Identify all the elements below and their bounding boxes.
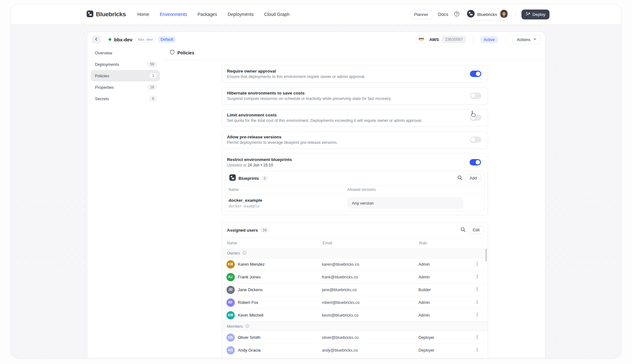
- sidebar-item-label: Policies: [95, 74, 109, 78]
- require-owner-approval-toggle[interactable]: [470, 71, 481, 77]
- user-row: LPLaura Palmerlaura@bluebricks.coBuilder: [222, 357, 488, 358]
- allowed-versions-select[interactable]: Any version: [347, 197, 463, 209]
- dots-vertical-icon: [475, 300, 479, 305]
- dots-vertical-icon: [475, 312, 479, 318]
- user-name: Frank Jones: [238, 275, 261, 279]
- environment-card: bbx-dev bbx-dev Default aws AWS 23635567…: [87, 32, 546, 358]
- user-role: Admin: [419, 313, 467, 318]
- policy-description: Suspend compute resources on schedule or…: [227, 96, 470, 101]
- chevron-down-icon: [533, 37, 537, 42]
- blueprint-slug: docker-example: [229, 204, 347, 208]
- sidebar-item-deployments[interactable]: Deployments59: [91, 59, 160, 70]
- deploy-sparkle-icon: [526, 12, 530, 17]
- user-email: frank@bluebricks.co: [322, 275, 419, 279]
- blueprints-search-button[interactable]: [457, 175, 463, 181]
- sidebar-item-count: 6: [149, 96, 157, 102]
- row-menu-button[interactable]: [474, 286, 481, 294]
- sidebar-item-secrets[interactable]: Secrets6: [91, 93, 160, 104]
- policy-description: Permit deployments to leverage blueprint…: [227, 140, 470, 145]
- row-menu-button[interactable]: [474, 260, 481, 268]
- sidebar-item-label: Deployments: [95, 62, 119, 67]
- avatar: KM: [226, 260, 235, 269]
- org-logo-icon: [467, 10, 475, 19]
- header-separator: [104, 37, 105, 42]
- user-role: Deployer: [419, 335, 467, 340]
- user-role: Admin: [419, 262, 467, 267]
- hibernate-environments-to-save-costs-toggle[interactable]: [470, 93, 481, 99]
- header-separator: [473, 37, 473, 42]
- user-row: JDJane Dickensjane@bluebricks.coBuilder: [222, 284, 488, 296]
- user-email: andy@bluebricks.co: [322, 348, 419, 353]
- policy-description: Set quota for the total cost of this env…: [227, 118, 470, 123]
- add-blueprint-button[interactable]: Add: [465, 174, 481, 182]
- sidebar-item-overview[interactable]: Overview: [91, 47, 160, 59]
- policy-title: Hibernate environments to save costs: [227, 91, 470, 95]
- nav-item-home[interactable]: Home: [137, 12, 149, 17]
- user-name: Jane Dickens: [238, 287, 263, 292]
- user-name: Robert Fox: [238, 300, 258, 305]
- nav-item-environments[interactable]: Environments: [160, 12, 187, 17]
- nav-item-packages[interactable]: Packages: [198, 12, 217, 17]
- top-nav: Bluebricks HomeEnvironmentsPackagesDeplo…: [11, 4, 621, 25]
- user-row: KMKaren Mendezkaren@bluebricks.coAdmin: [222, 258, 488, 271]
- dots-vertical-icon: [475, 262, 479, 267]
- deploy-button[interactable]: Deploy: [521, 10, 549, 19]
- allow-pre-release-versions-toggle[interactable]: [470, 136, 481, 143]
- column-header-email: Email: [323, 241, 419, 245]
- row-menu-button[interactable]: [474, 298, 481, 306]
- row-menu-button[interactable]: [474, 273, 481, 281]
- dots-vertical-icon: [475, 274, 479, 280]
- org-switcher[interactable]: Bluebricks: [465, 8, 509, 20]
- search-icon: [460, 227, 466, 233]
- row-menu-button[interactable]: [474, 346, 481, 354]
- user-group-header-members: Members: [222, 322, 488, 331]
- row-menu-button[interactable]: [474, 333, 481, 341]
- policies-section: Policies Require owner approvalEnsure th…: [164, 46, 545, 358]
- avatar: RF: [226, 298, 235, 307]
- nav-item-cloud-graph[interactable]: Cloud Graph: [264, 12, 289, 17]
- header-separator: [505, 37, 506, 42]
- section-divider: [164, 60, 545, 60]
- group-label: Owners: [227, 251, 240, 256]
- org-name: Bluebricks: [477, 12, 497, 17]
- policy-card-limit-environment-costs: Limit environment costsSet quota for the…: [222, 109, 488, 127]
- bluebricks-logo[interactable]: Bluebricks: [87, 10, 126, 18]
- user-email: kevin@bluebricks.co: [322, 313, 419, 318]
- users-search-button[interactable]: [460, 227, 466, 233]
- user-role: Admin: [419, 275, 467, 279]
- user-name: Andy Gracia: [238, 348, 261, 353]
- user-name: Oliver Smith: [238, 335, 261, 340]
- row-menu-button[interactable]: [474, 311, 481, 319]
- nav-item-deployments[interactable]: Deployments: [228, 12, 254, 17]
- sidebar-item-properties[interactable]: Properties16: [91, 81, 160, 93]
- sidebar-item-count: 3: [149, 73, 157, 79]
- column-header-role: Role: [419, 241, 467, 245]
- user-avatar[interactable]: [500, 10, 508, 19]
- shield-icon: [170, 50, 175, 56]
- actions-button[interactable]: Actions: [513, 35, 541, 44]
- blueprint-row: docker_exampledocker-exampleAny version: [226, 194, 484, 211]
- users-scrollbar[interactable]: [485, 249, 487, 262]
- sidebar-item-count: 16: [147, 84, 157, 90]
- blueprints-panel: Blueprints 1 Add: [225, 171, 485, 212]
- limit-environment-costs-toggle[interactable]: [470, 115, 481, 121]
- assigned-users-count-badge: 16: [261, 228, 269, 233]
- planner-button[interactable]: Planner: [410, 10, 433, 19]
- sidebar-item-policies[interactable]: Policies3: [91, 70, 160, 81]
- default-badge[interactable]: Default: [158, 36, 176, 43]
- environment-title: bbx-dev: [114, 37, 133, 42]
- edit-users-button[interactable]: Edit: [469, 226, 484, 234]
- sidebar-item-label: Overview: [95, 51, 112, 55]
- user-group-header-owners: Owners: [222, 248, 488, 258]
- policy-description: Ensure that deployments to this environm…: [227, 74, 470, 79]
- dots-vertical-icon: [475, 335, 479, 340]
- help-button[interactable]: [454, 11, 460, 18]
- docs-link[interactable]: Docs: [438, 12, 448, 17]
- group-label: Members: [227, 324, 243, 329]
- environment-header: bbx-dev bbx-dev Default aws AWS 23635567…: [87, 32, 545, 44]
- policy-title: Require owner approval: [227, 69, 470, 74]
- user-role: Admin: [419, 300, 467, 305]
- restrict-blueprints-toggle[interactable]: [470, 159, 481, 165]
- provider-name: AWS: [429, 37, 439, 42]
- back-button[interactable]: [92, 35, 101, 44]
